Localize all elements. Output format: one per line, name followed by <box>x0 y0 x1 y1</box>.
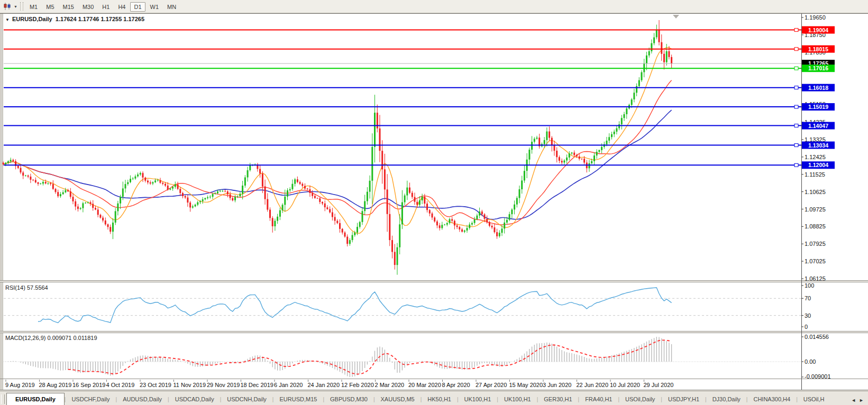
candle-body <box>38 182 39 184</box>
candle-body <box>309 189 310 193</box>
candle-body <box>214 194 216 194</box>
candle-body <box>554 145 555 151</box>
candle-body <box>579 157 580 159</box>
candle-body <box>641 72 643 80</box>
date-axis-label: 27 Apr 2020 <box>476 382 507 388</box>
timeframe-button-w1[interactable]: W1 <box>147 2 163 12</box>
candle-body <box>659 30 660 42</box>
date-axis-label: 6 Jan 2020 <box>274 382 303 388</box>
chart-tab-hk50-h1[interactable]: HK50,H1 <box>422 393 457 405</box>
candle-body <box>536 137 538 139</box>
chart-tab-usdcad-daily[interactable]: USDCAD,Daily <box>169 393 220 405</box>
chart-tab-ger30-h1[interactable]: GER30,H1 <box>538 393 578 405</box>
candle-body <box>426 204 428 210</box>
candle-body <box>344 233 346 237</box>
candle-body <box>544 140 545 144</box>
timeframe-button-h1[interactable]: H1 <box>98 2 113 12</box>
chart-tab-uk100-h1[interactable]: UK100,H1 <box>498 393 537 405</box>
candle-body <box>611 134 613 137</box>
candle-body <box>481 211 483 214</box>
candle-body <box>491 226 493 227</box>
chart-tab-uk100-h1[interactable]: UK100,H1 <box>459 393 497 405</box>
chart-background <box>0 13 868 390</box>
chart-tab-eurusd-m15[interactable]: EURUSD,M15 <box>273 393 323 405</box>
timeframe-button-m30[interactable]: M30 <box>79 2 97 12</box>
candle-body <box>528 150 530 160</box>
candle-body <box>144 178 146 181</box>
candle-body <box>294 179 296 184</box>
price-axis-tick-label: 1.10625 <box>805 189 826 195</box>
candle-body <box>132 179 134 179</box>
candle-body <box>244 178 246 186</box>
candle-body <box>394 252 396 265</box>
chart-tab-usoil-h[interactable]: USOil,H <box>798 393 830 405</box>
chart-tab-usdchf-daily[interactable]: USDCHF,Daily <box>66 393 115 405</box>
timeframe-button-m15[interactable]: M15 <box>59 2 78 12</box>
candle-body <box>499 233 500 236</box>
candle-body <box>70 191 71 197</box>
candle-body <box>130 179 131 182</box>
candle-body <box>274 221 276 226</box>
price-chart-canvas[interactable]: 0.0145560.00-0.0090011.196501.187501.178… <box>0 13 868 390</box>
candle-body <box>663 54 665 62</box>
candle-body <box>401 202 403 225</box>
timeframe-button-m5[interactable]: M5 <box>42 2 58 12</box>
chart-type-button[interactable]: ▼ <box>1 2 19 11</box>
candle-body <box>596 152 598 155</box>
candle-body <box>576 155 578 157</box>
timeframe-button-d1[interactable]: D1 <box>130 2 145 12</box>
candle-body <box>317 198 318 199</box>
chart-tab-audusd-daily[interactable]: AUDUSD,Daily <box>117 393 168 405</box>
timeframe-button-m1[interactable]: M1 <box>26 2 41 12</box>
chart-tab-fra40-h1[interactable]: FRA40,H1 <box>579 393 618 405</box>
candle-body <box>204 198 206 199</box>
chart-window[interactable]: 0.0145560.00-0.0090011.196501.187501.178… <box>0 13 868 390</box>
line-handle[interactable] <box>794 105 798 108</box>
candle-body <box>112 223 114 232</box>
timeframe-button-mn[interactable]: MN <box>163 2 180 12</box>
candle-body <box>387 189 388 214</box>
candle-body <box>456 225 458 227</box>
chart-tab-eurusd-daily[interactable]: EURUSD,Daily <box>6 393 65 405</box>
candle-body <box>593 155 595 161</box>
candle-body <box>621 118 623 124</box>
chart-tab-dj30-daily[interactable]: DJ30,Daily <box>707 393 746 405</box>
line-handle[interactable] <box>794 29 798 32</box>
line-handle[interactable] <box>794 144 798 147</box>
candle-body <box>167 186 169 190</box>
line-handle[interactable] <box>794 67 798 70</box>
candle-body <box>175 185 176 187</box>
candle-body <box>389 214 390 240</box>
chart-tab-gbpusd-m30[interactable]: GBPUSD,M30 <box>324 393 373 405</box>
candle-body <box>272 218 273 226</box>
date-axis-label: 22 Jun 2020 <box>577 382 609 388</box>
chart-tab-usdjpy-h1[interactable]: USDJPY,H1 <box>662 393 705 405</box>
timeframe-toolbar: ▼ M1M5M15M30H1H4D1W1MN <box>0 0 868 13</box>
line-handle[interactable] <box>794 124 798 127</box>
chart-tab-xauusd-m5[interactable]: XAUUSD,M5 <box>375 393 421 405</box>
candle-body <box>291 184 293 189</box>
chart-tabs-bar: EURUSD,Daily|USDCHF,Daily|AUDUSD,Daily|U… <box>0 391 868 405</box>
line-handle[interactable] <box>794 86 798 89</box>
chart-tab-usoil-daily[interactable]: USOil,Daily <box>619 393 661 405</box>
candle-body <box>514 205 515 210</box>
candle-body <box>571 153 573 154</box>
tab-scroll-right-button[interactable]: ► <box>859 398 864 403</box>
line-handle[interactable] <box>794 48 798 51</box>
candle-body <box>563 161 565 163</box>
candle-body <box>52 184 54 189</box>
candle-body <box>616 128 617 132</box>
candle-body <box>608 137 610 141</box>
candle-body <box>165 184 166 186</box>
candle-body <box>17 166 19 168</box>
line-handle[interactable] <box>794 163 798 167</box>
candle-body <box>90 202 92 204</box>
chart-tab-china300-h4[interactable]: CHINA300,H4 <box>747 393 796 405</box>
tab-scroll-left-button[interactable]: ◄ <box>851 398 856 403</box>
candle-body <box>573 153 575 155</box>
candle-body <box>424 197 425 204</box>
timeframe-button-h4[interactable]: H4 <box>114 2 129 12</box>
candle-body <box>264 187 266 199</box>
chart-tab-usdcnh-daily[interactable]: USDCNH,Daily <box>221 393 272 405</box>
candle-body <box>614 132 615 134</box>
